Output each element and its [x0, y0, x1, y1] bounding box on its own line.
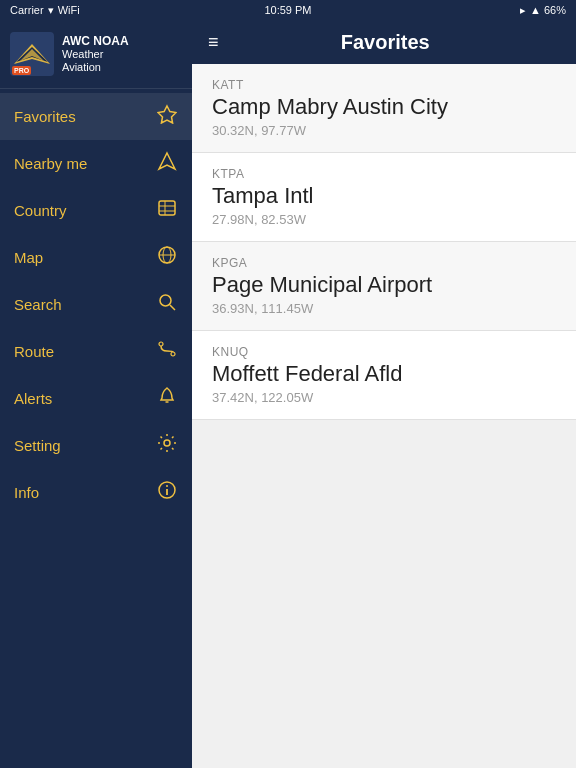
nearby-icon — [156, 151, 178, 176]
setting-icon — [156, 433, 178, 458]
list-item[interactable]: KTPA Tampa Intl 27.98N, 82.53W — [192, 153, 576, 242]
item-name: Tampa Intl — [212, 183, 556, 209]
logo-wings-svg — [14, 39, 50, 69]
sidebar-item-setting[interactable]: Setting — [0, 422, 192, 469]
sidebar-item-label-route: Route — [14, 343, 54, 360]
logo-subtitle1: Weather — [62, 48, 129, 61]
status-battery: ▸ ▲ 66% — [520, 4, 566, 17]
item-coords: 37.42N, 122.05W — [212, 390, 556, 405]
list-item[interactable]: KATT Camp Mabry Austin City 30.32N, 97.7… — [192, 64, 576, 153]
sidebar-item-label-country: Country — [14, 202, 67, 219]
sidebar-item-label-setting: Setting — [14, 437, 61, 454]
list-item[interactable]: KPGA Page Municipal Airport 36.93N, 111.… — [192, 242, 576, 331]
content-area: ≡ Favorites KATT Camp Mabry Austin City … — [192, 20, 576, 768]
info-icon — [156, 480, 178, 505]
logo-text: AWC NOAA Weather Aviation — [62, 34, 129, 75]
status-time: 10:59 PM — [264, 4, 311, 16]
item-coords: 30.32N, 97.77W — [212, 123, 556, 138]
status-bar: Carrier ▾ WiFi 10:59 PM ▸ ▲ 66% — [0, 0, 576, 20]
svg-line-13 — [170, 305, 175, 310]
sidebar-item-map[interactable]: Map — [0, 234, 192, 281]
sidebar-nav: FavoritesNearby meCountryMapSearchRouteA… — [0, 89, 192, 768]
sidebar-item-label-search: Search — [14, 296, 62, 313]
main-container: PRO AWC NOAA Weather Aviation FavoritesN… — [0, 20, 576, 768]
sidebar-logo: PRO AWC NOAA Weather Aviation — [0, 20, 192, 89]
svg-rect-5 — [159, 201, 175, 215]
status-carrier: Carrier ▾ WiFi — [10, 4, 80, 17]
favorites-icon — [156, 104, 178, 129]
content-header: ≡ Favorites — [192, 20, 576, 64]
svg-marker-3 — [158, 106, 176, 123]
header-title: Favorites — [235, 31, 560, 54]
logo-icon: PRO — [10, 32, 54, 76]
svg-point-15 — [171, 352, 175, 356]
item-coords: 36.93N, 111.45W — [212, 301, 556, 316]
sidebar-item-label-info: Info — [14, 484, 39, 501]
sidebar-item-favorites[interactable]: Favorites — [0, 93, 192, 140]
svg-point-20 — [166, 485, 168, 487]
favorites-list[interactable]: KATT Camp Mabry Austin City 30.32N, 97.7… — [192, 64, 576, 768]
route-icon — [156, 339, 178, 364]
item-code: KATT — [212, 78, 556, 92]
item-code: KPGA — [212, 256, 556, 270]
list-item[interactable]: KNUQ Moffett Federal Afld 37.42N, 122.05… — [192, 331, 576, 420]
sidebar-item-label-map: Map — [14, 249, 43, 266]
alerts-icon — [156, 386, 178, 411]
hamburger-icon[interactable]: ≡ — [208, 32, 219, 53]
svg-point-14 — [159, 342, 163, 346]
item-name: Camp Mabry Austin City — [212, 94, 556, 120]
item-code: KTPA — [212, 167, 556, 181]
sidebar-item-alerts[interactable]: Alerts — [0, 375, 192, 422]
map-icon — [156, 245, 178, 270]
svg-point-12 — [160, 295, 171, 306]
svg-marker-4 — [159, 153, 175, 169]
sidebar: PRO AWC NOAA Weather Aviation FavoritesN… — [0, 20, 192, 768]
country-icon — [156, 198, 178, 223]
sidebar-item-country[interactable]: Country — [0, 187, 192, 234]
sidebar-item-nearby[interactable]: Nearby me — [0, 140, 192, 187]
svg-point-17 — [164, 440, 170, 446]
item-code: KNUQ — [212, 345, 556, 359]
sidebar-item-label-alerts: Alerts — [14, 390, 52, 407]
search-icon — [156, 292, 178, 317]
item-name: Moffett Federal Afld — [212, 361, 556, 387]
logo-title: AWC NOAA — [62, 34, 129, 48]
sidebar-item-info[interactable]: Info — [0, 469, 192, 516]
sidebar-item-search[interactable]: Search — [0, 281, 192, 328]
logo-pro-badge: PRO — [12, 66, 31, 75]
sidebar-item-route[interactable]: Route — [0, 328, 192, 375]
logo-subtitle2: Aviation — [62, 61, 129, 74]
sidebar-item-label-favorites: Favorites — [14, 108, 76, 125]
item-coords: 27.98N, 82.53W — [212, 212, 556, 227]
item-name: Page Municipal Airport — [212, 272, 556, 298]
sidebar-item-label-nearby: Nearby me — [14, 155, 87, 172]
